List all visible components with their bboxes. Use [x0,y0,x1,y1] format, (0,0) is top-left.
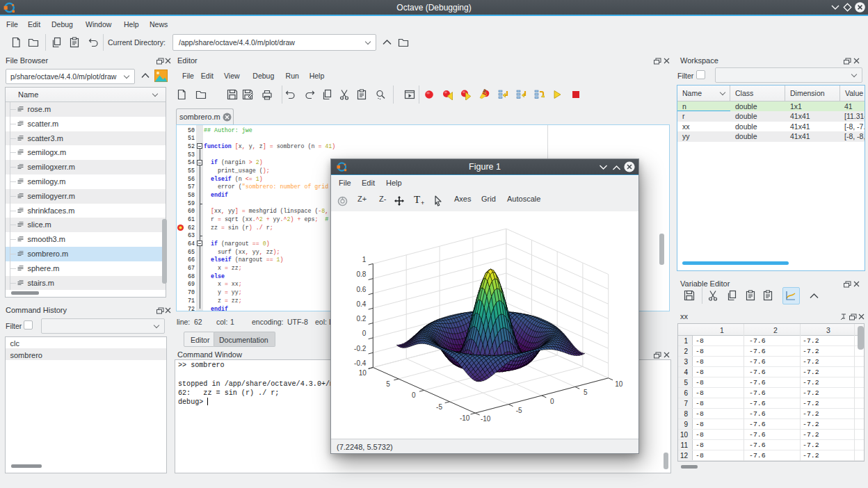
svg-text:10: 10 [615,380,623,388]
svg-text:0.8: 0.8 [356,270,366,278]
svg-text:5: 5 [386,380,390,388]
svg-text:0: 0 [412,391,416,399]
svg-text:-0.2: -0.2 [354,345,367,352]
svg-text:0.2: 0.2 [356,315,366,323]
svg-text:-0.4: -0.4 [354,359,367,367]
svg-text:-10: -10 [481,415,491,423]
svg-text:5: 5 [584,389,588,396]
svg-text:-5: -5 [516,407,522,414]
svg-text:-5: -5 [436,403,442,411]
svg-text:0.6: 0.6 [356,286,366,293]
svg-text:10: 10 [359,369,367,377]
svg-text:-10: -10 [460,414,470,422]
svg-text:0: 0 [550,398,554,405]
svg-text:0.4: 0.4 [356,300,366,308]
svg-text:1: 1 [362,256,367,263]
svg-text:0: 0 [362,330,367,337]
